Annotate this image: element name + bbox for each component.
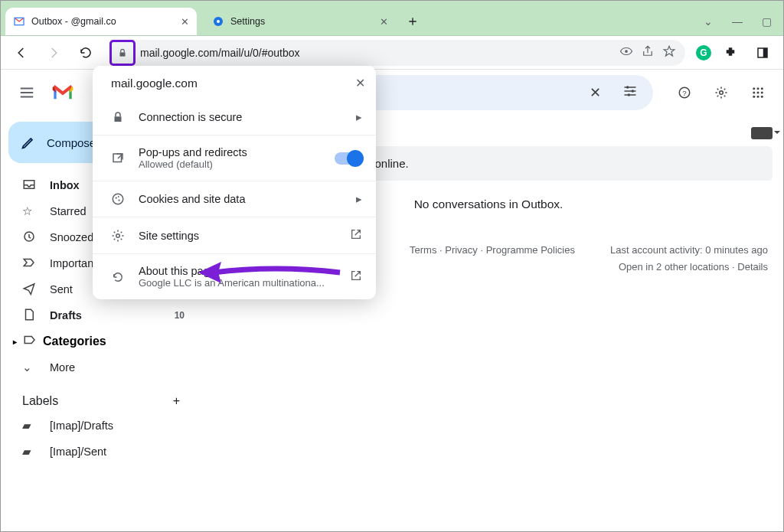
sidepanel-icon[interactable] xyxy=(750,40,776,66)
svg-point-14 xyxy=(757,87,760,90)
site-settings-row[interactable]: Site settings xyxy=(93,217,376,253)
svg-point-12 xyxy=(720,91,724,95)
tab-settings[interactable]: Settings ✕ xyxy=(204,8,396,35)
gmail-favicon-icon xyxy=(13,15,25,28)
svg-point-30 xyxy=(116,233,120,237)
sidebar-label-imap-drafts[interactable]: ▰[Imap]/Drafts xyxy=(8,413,192,439)
chevron-down-icon[interactable]: ⌄ xyxy=(702,15,714,28)
support-icon[interactable]: ? xyxy=(668,77,701,109)
site-info-popover: mail.google.com ✕ Connection is secure ▸… xyxy=(93,66,376,299)
add-label-button[interactable]: + xyxy=(173,394,180,408)
star-icon: ☆ xyxy=(22,205,38,217)
svg-point-18 xyxy=(761,92,763,94)
tag-icon xyxy=(23,333,37,350)
tab-title: Settings xyxy=(230,16,371,27)
refresh-info-icon xyxy=(111,270,125,284)
svg-point-4 xyxy=(625,50,628,53)
forward-button[interactable] xyxy=(41,40,67,66)
svg-point-7 xyxy=(626,86,629,88)
cookie-icon xyxy=(111,192,125,206)
inbox-icon xyxy=(22,178,38,194)
grammarly-icon[interactable]: G xyxy=(696,45,711,60)
lock-icon xyxy=(111,110,125,124)
tab-outbox[interactable]: Outbox - @gmail.co ✕ xyxy=(5,8,197,35)
svg-rect-6 xyxy=(763,48,767,57)
star-icon[interactable] xyxy=(662,44,676,60)
sidebar-item-more[interactable]: ⌄More xyxy=(8,354,192,380)
gear-icon xyxy=(111,229,125,243)
svg-rect-3 xyxy=(120,52,126,56)
open-external-icon xyxy=(350,228,362,243)
svg-point-16 xyxy=(753,92,755,94)
back-button[interactable] xyxy=(8,40,34,66)
svg-point-13 xyxy=(753,87,755,90)
extensions-icon[interactable] xyxy=(717,40,743,66)
svg-point-27 xyxy=(116,197,117,198)
svg-point-9 xyxy=(628,93,630,96)
label-icon: ▰ xyxy=(22,419,38,432)
popover-host: mail.google.com xyxy=(111,77,198,90)
send-icon xyxy=(22,282,38,298)
pencil-icon xyxy=(21,135,36,150)
svg-point-29 xyxy=(118,196,119,197)
close-icon[interactable]: ✕ xyxy=(355,77,365,90)
svg-point-20 xyxy=(757,96,760,98)
popups-toggle[interactable] xyxy=(335,152,362,165)
chevron-down-icon: ⌄ xyxy=(22,361,38,374)
svg-point-2 xyxy=(217,20,220,23)
svg-rect-25 xyxy=(113,154,122,162)
svg-point-26 xyxy=(113,194,123,204)
svg-point-17 xyxy=(757,92,760,94)
titlebar: Outbox - @gmail.co ✕ Settings ✕ ⌄ — ▢ xyxy=(1,1,783,36)
activity-line1: Last account activity: 0 minutes ago xyxy=(592,242,768,259)
eye-icon[interactable] xyxy=(619,44,633,60)
sidebar-item-drafts[interactable]: Drafts10 xyxy=(8,302,192,328)
connection-secure-row[interactable]: Connection is secure ▸ xyxy=(93,100,376,135)
label-icon: ▰ xyxy=(22,446,38,458)
new-tab-button[interactable] xyxy=(402,11,423,32)
svg-text:?: ? xyxy=(682,89,687,97)
gmail-logo-icon[interactable] xyxy=(51,83,74,102)
about-page-row[interactable]: About this page Google LLC is an America… xyxy=(93,253,376,299)
cookies-row[interactable]: Cookies and site data ▸ xyxy=(93,181,376,217)
important-icon xyxy=(22,256,38,272)
url-text: mail.google.com/mail/u/0/#outbox xyxy=(140,47,615,59)
open-external-icon xyxy=(350,269,362,284)
sidebar-label-imap-sent[interactable]: ▰[Imap]/Sent xyxy=(8,439,192,465)
settings-favicon-icon xyxy=(212,15,224,28)
sidebar-item-categories[interactable]: ▸Categories xyxy=(8,328,192,354)
close-icon[interactable]: ✕ xyxy=(178,15,191,28)
tab-title: Outbox - @gmail.co xyxy=(31,16,172,27)
popup-icon xyxy=(111,152,125,165)
reload-button[interactable] xyxy=(73,40,99,66)
svg-point-28 xyxy=(118,199,119,201)
file-icon xyxy=(22,308,38,324)
address-bar[interactable]: mail.google.com/mail/u/0/#outbox xyxy=(109,40,685,66)
svg-point-19 xyxy=(753,96,755,98)
chevron-right-icon: ▸ xyxy=(356,193,362,205)
clear-search-icon[interactable]: ✕ xyxy=(580,84,610,101)
settings-gear-icon[interactable] xyxy=(705,77,737,109)
clock-icon xyxy=(22,230,38,246)
input-tools-icon[interactable] xyxy=(751,127,773,139)
browser-toolbar: mail.google.com/mail/u/0/#outbox G xyxy=(1,36,783,70)
site-info-button[interactable] xyxy=(109,40,136,66)
compose-label: Compose xyxy=(47,136,96,149)
minimize-icon[interactable]: — xyxy=(731,15,743,28)
apps-grid-icon[interactable] xyxy=(742,77,774,109)
footer-links[interactable]: Terms · Privacy · Programme Policies xyxy=(410,242,575,259)
popups-row[interactable]: Pop-ups and redirects Allowed (default) xyxy=(93,135,376,181)
svg-rect-24 xyxy=(115,116,122,122)
svg-point-21 xyxy=(761,96,763,98)
svg-point-15 xyxy=(761,87,763,90)
labels-header: Labels xyxy=(22,394,58,408)
svg-point-8 xyxy=(632,90,634,92)
activity-line2[interactable]: Open in 2 other locations · Details xyxy=(592,259,768,276)
share-icon[interactable] xyxy=(641,44,655,60)
main-menu-button[interactable] xyxy=(10,76,44,109)
close-icon[interactable]: ✕ xyxy=(377,15,390,28)
maximize-icon[interactable]: ▢ xyxy=(760,15,773,28)
chevron-right-icon: ▸ xyxy=(356,111,362,123)
search-options-icon[interactable] xyxy=(615,83,645,102)
